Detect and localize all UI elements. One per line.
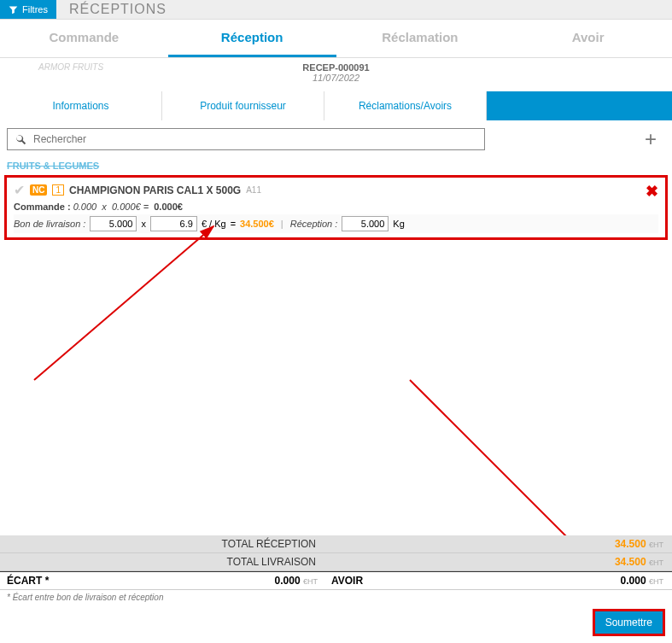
search-icon [15, 133, 26, 145]
remove-product-button[interactable]: ✖ [646, 182, 658, 201]
delivery-label: Bon de livraison : [14, 219, 85, 229]
reception-qty-input[interactable] [342, 216, 389, 231]
reception-code: RECEP-000091 [302, 62, 369, 73]
subtab-produit-fournisseur[interactable]: Produit fournisseur [162, 91, 324, 120]
delivery-qty-input[interactable] [90, 216, 137, 231]
search-input[interactable] [33, 133, 477, 145]
reception-label: Réception : [290, 219, 338, 229]
svg-line-0 [34, 226, 213, 380]
subtab-informations[interactable]: Informations [0, 91, 162, 120]
annotation-arrow-2 [401, 371, 657, 542]
total-reception-value: 34.500 €HT [324, 535, 672, 542]
page-title: RÉCEPTIONS [56, 2, 167, 17]
annotation-arrow-1 [26, 218, 239, 389]
filter-icon [9, 5, 18, 15]
totals-panel: TOTAL RÉCEPTION 34.500 €HT TOTAL LIVRAIS… [0, 535, 672, 542]
nc-count: 1 [52, 184, 64, 196]
delivery-total: 34.500€ [240, 219, 274, 229]
nc-badge: NC [30, 184, 47, 196]
add-button[interactable]: + [645, 127, 657, 151]
search-box[interactable] [7, 128, 485, 150]
subtab-reclamations-avoirs[interactable]: Réclamations/Avoirs [324, 91, 487, 120]
supplier-name: ARMOR FRUITS [38, 62, 103, 72]
delivery-price-input[interactable] [150, 216, 197, 231]
filters-button[interactable]: Filtres [0, 0, 56, 19]
tab-commande[interactable]: Commande [0, 20, 168, 57]
order-line: Commande : 0.000 x 0.000€ = 0.000€ [14, 202, 658, 212]
tab-spacer [487, 91, 672, 120]
filters-label: Filtres [22, 4, 48, 15]
main-tabs: Commande Réception Réclamation Avoir [0, 20, 672, 58]
product-name: CHAMPIGNON PARIS CAL1 X 500G [69, 184, 241, 196]
category-label: FRUITS & LEGUMES [0, 158, 672, 173]
secondary-tabs: Informations Produit fournisseur Réclama… [0, 91, 672, 120]
product-ref: A11 [246, 185, 261, 195]
tab-reception[interactable]: Réception [168, 20, 336, 57]
reception-date: 11/07/2022 [313, 73, 359, 83]
delivery-line: Bon de livraison : x € / Kg = 34.500€ | … [14, 214, 658, 233]
check-icon: ✔ [14, 182, 25, 198]
product-card: ✔ NC 1 CHAMPIGNON PARIS CAL1 X 500G A11 … [4, 175, 668, 240]
tab-reclamation[interactable]: Réclamation [336, 20, 505, 57]
tab-avoir[interactable]: Avoir [504, 20, 672, 57]
svg-line-1 [410, 380, 623, 542]
total-reception-label: TOTAL RÉCEPTION [0, 535, 324, 542]
